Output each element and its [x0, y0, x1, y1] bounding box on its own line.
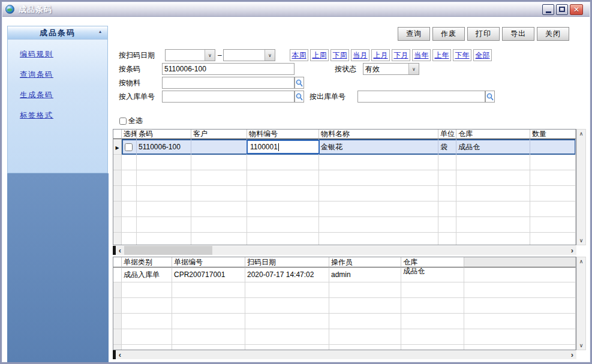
window-title: 成品条码 [19, 4, 52, 15]
sidebar-item-label-format[interactable]: 标签格式 [20, 110, 107, 121]
column-header-warehouse[interactable]: 仓库 [456, 130, 530, 139]
date-from-value [166, 50, 205, 61]
material-no-edit-input[interactable]: 1100001 [247, 140, 320, 154]
cell-unit: 袋 [438, 139, 456, 155]
selected-row-body: 5110006-100 1100001 金银花 袋 成品仓 [122, 139, 576, 155]
chevron-down-icon[interactable] [577, 236, 585, 245]
print-button[interactable]: 打印 [467, 27, 500, 41]
row-header-corner [113, 257, 122, 267]
quick-link-next-month[interactable]: 下月 [392, 49, 410, 61]
magnifier-icon [486, 93, 494, 101]
chevron-down-icon[interactable] [577, 341, 585, 350]
column-header-doc-no[interactable]: 单据编号 [172, 257, 245, 267]
column-header-doc-type[interactable]: 单据类别 [122, 257, 172, 267]
chevron-up-icon[interactable] [577, 130, 585, 138]
sidebar-item-generate-barcode[interactable]: 生成条码 [20, 90, 107, 100]
quick-link-this-week[interactable]: 本周 [290, 49, 308, 61]
quick-link-this-year[interactable]: 当年 [412, 49, 431, 61]
chevron-left-icon[interactable] [116, 351, 124, 359]
quick-link-last-week[interactable]: 上周 [310, 49, 329, 61]
barcode-filter-input[interactable] [162, 63, 295, 75]
outbound-search-button[interactable] [485, 91, 495, 103]
barcode-grid-vscrollbar[interactable] [576, 129, 586, 245]
close-button[interactable]: 关闭 [537, 27, 569, 41]
column-header-scan-date[interactable]: 扫码日期 [245, 257, 329, 267]
inbound-doc-input[interactable] [162, 91, 295, 103]
column-header-customer[interactable]: 客户 [191, 130, 247, 139]
column-header-select[interactable]: 选择 [122, 130, 137, 139]
sidebar-item-coding-rules[interactable]: 编码规则 [20, 49, 107, 59]
close-icon [573, 5, 579, 14]
outbound-doc-input[interactable] [357, 91, 485, 103]
cell-material-name: 金银花 [319, 139, 438, 155]
cell-customer [191, 139, 247, 155]
column-header-quantity[interactable]: 数量 [530, 130, 576, 139]
minimize-button[interactable] [542, 4, 554, 15]
sidebar-item-query-barcode[interactable]: 查询条码 [20, 70, 107, 80]
empty-row [113, 298, 576, 314]
empty-row [113, 201, 576, 217]
empty-row [113, 233, 576, 245]
query-button[interactable]: 查询 [398, 27, 430, 41]
barcode-grid-hscrollbar[interactable] [113, 246, 576, 255]
maximize-button[interactable] [556, 4, 568, 15]
chevron-down-icon[interactable] [408, 64, 419, 74]
date-from-combo[interactable] [165, 49, 215, 61]
status-combo[interactable]: 有效 [363, 63, 419, 75]
close-window-button[interactable] [570, 4, 583, 15]
quick-link-next-week[interactable]: 下周 [330, 49, 349, 61]
row-indicator [113, 267, 122, 282]
export-button[interactable]: 导出 [502, 27, 534, 41]
app-window: 成品条码 成品条码 编码规则 查询条码 生成条码 标签格式 查询 作废 打印 导… [0, 0, 592, 364]
inbound-doc-label: 按入库单号 [119, 91, 155, 103]
inbound-search-button[interactable] [295, 91, 304, 103]
select-all-label: 全选 [128, 116, 143, 126]
cell-warehouse: 成品仓 [456, 139, 530, 155]
column-header-material-name[interactable]: 物料名称 [319, 130, 438, 139]
column-header-material-no[interactable]: 物料编号 [247, 130, 319, 139]
quick-link-next-year[interactable]: 下年 [453, 49, 471, 61]
select-all-row: 全选 [119, 116, 143, 126]
chevron-down-icon[interactable] [205, 50, 215, 61]
table-row-selected[interactable]: 5110006-100 1100001 金银花 袋 成品仓 [113, 139, 576, 155]
cell-extra [464, 267, 576, 282]
material-no-edit-value: 1100001 [250, 143, 278, 151]
column-header-unit[interactable]: 单位 [438, 130, 456, 139]
material-filter-label: 按物料 [119, 77, 140, 89]
sidebar-filler-panel [7, 173, 109, 362]
table-row[interactable]: 成品入库单 CPR200717001 2020-07-17 14:47:02 a… [113, 267, 576, 282]
chevron-down-icon[interactable] [265, 50, 275, 61]
status-value: 有效 [363, 64, 408, 74]
chevron-up-icon[interactable] [577, 257, 585, 266]
magnifier-icon [296, 79, 303, 87]
quick-link-last-year[interactable]: 上年 [432, 49, 451, 61]
column-header-warehouse[interactable]: 仓库 [401, 257, 464, 267]
date-to-combo[interactable] [223, 49, 275, 61]
void-button[interactable]: 作废 [432, 27, 465, 41]
material-filter-input[interactable] [162, 77, 295, 89]
outbound-doc-label: 按出库单号 [309, 91, 345, 103]
quick-link-last-month[interactable]: 上月 [371, 49, 390, 61]
document-grid-vscrollbar[interactable] [576, 257, 586, 350]
cell-warehouse: 成品仓 [401, 267, 464, 282]
quick-link-all[interactable]: 全部 [473, 49, 492, 61]
row-header-corner [113, 130, 122, 139]
right-triangle-icon [115, 143, 119, 151]
scrollbar-thumb[interactable] [124, 246, 212, 255]
sidebar-menu: 编码规则 查询条码 生成条码 标签格式 [8, 40, 107, 121]
chevron-right-icon[interactable] [568, 246, 576, 255]
sidebar-header[interactable]: 成品条码 [8, 26, 107, 40]
chevron-left-icon[interactable] [116, 246, 124, 255]
magnifier-icon [296, 93, 303, 101]
collapse-arrow-icon[interactable] [99, 29, 103, 34]
chevron-right-icon[interactable] [568, 351, 576, 359]
material-search-button[interactable] [295, 77, 304, 89]
empty-row [113, 217, 576, 233]
toolbar: 查询 作废 打印 导出 关闭 [398, 27, 569, 41]
row-checkbox[interactable] [125, 143, 133, 151]
select-all-checkbox[interactable] [119, 118, 127, 125]
column-header-operator[interactable]: 操作员 [329, 257, 401, 267]
quick-link-this-month[interactable]: 当月 [351, 49, 369, 61]
column-header-barcode[interactable]: 条码 [137, 130, 191, 139]
document-grid-hscrollbar[interactable] [113, 350, 576, 359]
